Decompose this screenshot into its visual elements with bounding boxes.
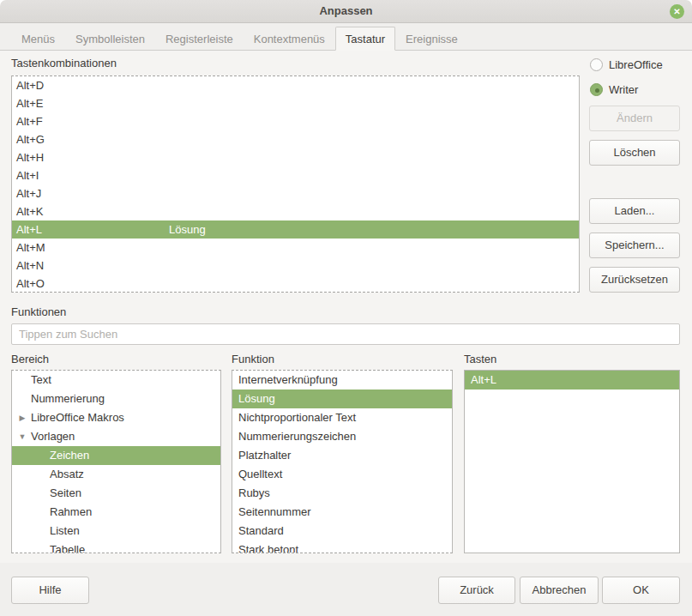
keyboard-tab-panel: Tastenkombinationen Alt+DAlt+EAlt+FAlt+G… <box>0 51 692 563</box>
shortcut-key: Alt+O <box>16 275 169 293</box>
category-list[interactable]: TextNummerierung▶LibreOffice Makros▼Vorl… <box>11 370 221 553</box>
shortcut-row[interactable]: Alt+J <box>12 184 579 202</box>
shortcut-row[interactable]: Alt+N <box>12 257 579 275</box>
shortcut-key: Alt+G <box>16 130 169 148</box>
tab-registerleiste[interactable]: Registerleiste <box>155 27 244 51</box>
functions-label: Funktionen <box>11 305 66 318</box>
tab-bar: Menüs Symbolleisten Registerleiste Konte… <box>0 23 692 51</box>
shortcut-row[interactable]: Alt+K <box>12 202 579 220</box>
keys-column-label: Tasten <box>464 353 496 365</box>
category-label: Tabelle <box>50 541 85 553</box>
category-label: Seiten <box>50 484 81 503</box>
radio-libreoffice[interactable]: LibreOffice <box>590 57 663 72</box>
tab-kontextmenus[interactable]: Kontextmenüs <box>244 27 335 51</box>
category-row[interactable]: Absatz <box>12 465 220 484</box>
shortcut-key: Alt+I <box>16 166 169 184</box>
window-title: Anpassen <box>0 0 692 22</box>
function-row[interactable]: Internetverknüpfung <box>232 371 452 390</box>
shortcut-key: Alt+K <box>16 202 169 220</box>
delete-button[interactable]: Löschen <box>589 140 680 166</box>
shortcut-key: Alt+F <box>16 112 169 130</box>
radio-libreoffice-dot[interactable] <box>590 58 603 71</box>
category-label: Listen <box>50 522 80 541</box>
category-row[interactable]: ▶LibreOffice Makros <box>12 408 220 427</box>
shortcut-key: Alt+J <box>16 184 169 202</box>
function-column-label: Funktion <box>232 353 274 365</box>
shortcut-row[interactable]: Alt+I <box>12 166 579 184</box>
category-row[interactable]: Seiten <box>12 484 220 503</box>
category-label: Absatz <box>50 465 84 484</box>
category-label: LibreOffice Makros <box>31 408 124 427</box>
shortcut-row[interactable]: Alt+E <box>12 94 579 112</box>
radio-libreoffice-label: LibreOffice <box>609 58 663 71</box>
ok-button[interactable]: OK <box>602 577 680 604</box>
tab-tastatur[interactable]: Tastatur <box>335 27 395 51</box>
shortcut-row[interactable]: Alt+G <box>12 130 579 148</box>
category-row[interactable]: Listen <box>12 522 220 541</box>
chevron-right-icon[interactable]: ▶ <box>16 408 28 427</box>
shortcut-key: Alt+H <box>16 148 169 166</box>
shortcut-list[interactable]: Alt+DAlt+EAlt+FAlt+GAlt+HAlt+IAlt+JAlt+K… <box>11 75 580 293</box>
shortcut-key: Alt+M <box>16 239 169 257</box>
category-row[interactable]: Tabelle <box>12 541 220 553</box>
shortcut-row[interactable]: Alt+LLösung <box>12 220 579 239</box>
shortcut-row[interactable]: Alt+D <box>12 76 579 94</box>
shortcut-row[interactable]: Alt+H <box>12 148 579 166</box>
help-button[interactable]: Hilfe <box>11 577 89 604</box>
shortcut-row[interactable]: Alt+F <box>12 112 579 130</box>
reset-button[interactable]: Zurücksetzen <box>589 267 680 293</box>
cancel-button[interactable]: Abbrechen <box>520 577 599 604</box>
category-row[interactable]: Rahmen <box>12 503 220 522</box>
shortcut-key: Alt+L <box>16 220 169 239</box>
function-row[interactable]: Nummerierungszeichen <box>232 427 452 446</box>
shortcut-key: Alt+E <box>16 94 169 112</box>
tab-ereignisse[interactable]: Ereignisse <box>395 27 468 51</box>
tab-menus[interactable]: Menüs <box>11 27 65 51</box>
tab-symbolleisten[interactable]: Symbolleisten <box>65 27 155 51</box>
function-row[interactable]: Nichtproportionaler Text <box>232 408 452 427</box>
function-row[interactable]: Platzhalter <box>232 446 452 465</box>
shortcuts-label: Tastenkombinationen <box>11 57 117 69</box>
titlebar[interactable]: Anpassen ✕ <box>0 0 692 23</box>
shortcut-row[interactable]: Alt+M <box>12 239 579 257</box>
radio-writer[interactable]: Writer <box>590 82 638 97</box>
shortcut-command: Lösung <box>169 220 206 239</box>
function-list[interactable]: InternetverknüpfungLösungNichtproportion… <box>232 370 453 553</box>
function-row[interactable]: Quelltext <box>232 465 452 484</box>
category-row[interactable]: ▼Vorlagen <box>12 427 220 446</box>
shortcut-row[interactable]: Alt+O <box>12 275 579 293</box>
radio-writer-dot[interactable] <box>590 83 603 96</box>
key-row[interactable]: Alt+L <box>465 371 679 390</box>
function-row[interactable]: Seitennummer <box>232 503 452 522</box>
back-button[interactable]: Zurück <box>438 577 515 604</box>
category-column-label: Bereich <box>11 353 49 365</box>
customize-dialog: Anpassen ✕ Menüs Symbolleisten Registerl… <box>0 0 692 616</box>
function-row[interactable]: Rubys <box>232 484 452 503</box>
category-label: Zeichen <box>50 446 89 465</box>
load-button[interactable]: Laden... <box>589 198 680 224</box>
category-row[interactable]: Text <box>12 371 220 390</box>
keys-list[interactable]: Alt+L <box>464 370 680 553</box>
modify-button[interactable]: Ändern <box>589 106 680 131</box>
function-row[interactable]: Standard <box>232 522 452 541</box>
function-row[interactable]: Stark betont <box>232 541 452 553</box>
chevron-down-icon[interactable]: ▼ <box>16 427 28 446</box>
function-row[interactable]: Lösung <box>232 390 452 408</box>
save-button[interactable]: Speichern... <box>589 233 680 258</box>
search-input[interactable] <box>11 323 680 345</box>
category-label: Rahmen <box>50 503 92 522</box>
category-row[interactable]: Nummerierung <box>12 390 220 408</box>
radio-writer-label: Writer <box>609 83 638 96</box>
shortcut-key: Alt+D <box>16 76 169 94</box>
shortcut-key: Alt+N <box>16 257 169 275</box>
category-label: Nummerierung <box>31 390 105 408</box>
category-label: Vorlagen <box>31 427 75 446</box>
close-icon[interactable]: ✕ <box>670 4 684 19</box>
category-label: Text <box>31 371 51 390</box>
category-row[interactable]: Zeichen <box>12 446 220 465</box>
